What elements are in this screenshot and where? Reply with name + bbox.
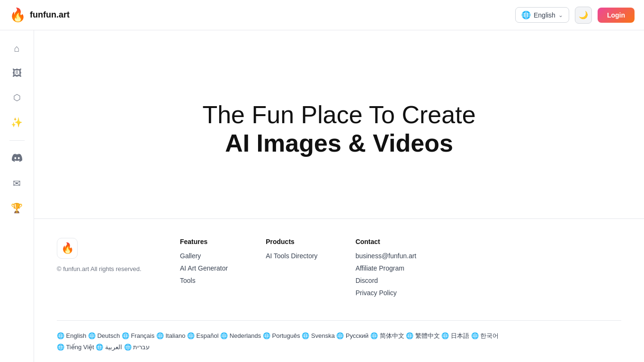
flag-icon: 🌐 bbox=[521, 10, 531, 19]
footer-features-column: Features Gallery AI Art Generator Tools bbox=[180, 238, 228, 301]
theme-toggle-button[interactable]: 🌙 bbox=[575, 7, 592, 24]
magic-wand-icon: ✨ bbox=[11, 117, 23, 128]
footer-top: 🔥 © funfun.art All rights reserved. Feat… bbox=[57, 238, 621, 320]
hero-title-line1: The Fun Place To Create bbox=[202, 101, 475, 129]
sidebar-item-trophy[interactable]: 🏆 bbox=[7, 198, 27, 218]
logo-icon: 🔥 bbox=[9, 7, 26, 23]
sidebar-item-gallery[interactable]: 🖼 bbox=[7, 63, 27, 83]
footer-contact-heading: Contact bbox=[356, 238, 417, 245]
sidebar-item-magic[interactable]: ✨ bbox=[7, 112, 27, 133]
chevron-down-icon: ⌄ bbox=[558, 12, 563, 18]
footer-discord-link[interactable]: Discord bbox=[356, 277, 417, 284]
gallery-icon: 🖼 bbox=[12, 68, 22, 79]
home-icon: ⌂ bbox=[14, 43, 19, 54]
footer: 🔥 © funfun.art All rights reserved. Feat… bbox=[34, 218, 644, 362]
footer-logo-icon: 🔥 bbox=[61, 242, 74, 254]
footer-brand: 🔥 © funfun.art All rights reserved. bbox=[57, 238, 142, 301]
sidebar-item-email[interactable]: ✉ bbox=[7, 173, 27, 194]
footer-copyright: © funfun.art All rights reserved. bbox=[57, 264, 142, 274]
header-right: 🌐 English ⌄ 🌙 Login bbox=[515, 7, 635, 24]
email-icon: ✉ bbox=[13, 178, 21, 189]
hero-title-line2: AI Images & Videos bbox=[225, 129, 453, 158]
sidebar-item-discord[interactable] bbox=[7, 148, 27, 169]
footer-logo: 🔥 bbox=[57, 238, 78, 259]
lang-label: English bbox=[534, 11, 555, 19]
footer-features-heading: Features bbox=[180, 238, 228, 245]
trophy-icon: 🏆 bbox=[11, 202, 23, 214]
brand-name: funfun.art bbox=[30, 10, 70, 20]
footer-products-column: Products AI Tools Directory bbox=[266, 238, 317, 301]
footer-ai-art-link[interactable]: AI Art Generator bbox=[180, 264, 228, 272]
language-selector[interactable]: 🌐 English ⌄ bbox=[515, 7, 569, 23]
sidebar-item-home[interactable]: ⌂ bbox=[7, 38, 27, 59]
discord-icon bbox=[12, 153, 22, 165]
sidebar: ⌂ 🖼 ⬡ ✨ ✉ 🏆 bbox=[0, 30, 34, 362]
footer-privacy-link[interactable]: Privacy Policy bbox=[356, 289, 417, 297]
login-button[interactable]: Login bbox=[598, 8, 635, 23]
footer-language-bar: 🌐 English 🌐 Deutsch 🌐 Français 🌐 Italian… bbox=[57, 320, 621, 362]
footer-tools-link[interactable]: Tools bbox=[180, 277, 228, 284]
footer-email-link[interactable]: business@funfun.art bbox=[356, 252, 417, 260]
footer-gallery-link[interactable]: Gallery bbox=[180, 252, 228, 260]
footer-affiliate-link[interactable]: Affiliate Program bbox=[356, 264, 417, 272]
processor-icon: ⬡ bbox=[13, 92, 21, 103]
footer-contact-column: Contact business@funfun.art Affiliate Pr… bbox=[356, 238, 417, 301]
moon-icon: 🌙 bbox=[579, 10, 588, 19]
footer-products-heading: Products bbox=[266, 238, 317, 245]
sidebar-item-ai-tools[interactable]: ⬡ bbox=[7, 87, 27, 108]
footer-lang-row2: 🌐 Tiếng Việt 🌐 עברית 🌐 العربية bbox=[57, 342, 621, 353]
footer-lang-row1: 🌐 English 🌐 Deutsch 🌐 Français 🌐 Italian… bbox=[57, 330, 621, 341]
sidebar-divider bbox=[9, 140, 25, 141]
header: 🔥 funfun.art 🌐 English ⌄ 🌙 Login bbox=[0, 0, 644, 30]
main-content: The Fun Place To Create AI Images & Vide… bbox=[34, 30, 644, 362]
hero-section: The Fun Place To Create AI Images & Vide… bbox=[34, 30, 644, 218]
header-left: 🔥 funfun.art bbox=[9, 7, 70, 23]
footer-ai-tools-directory-link[interactable]: AI Tools Directory bbox=[266, 252, 317, 260]
